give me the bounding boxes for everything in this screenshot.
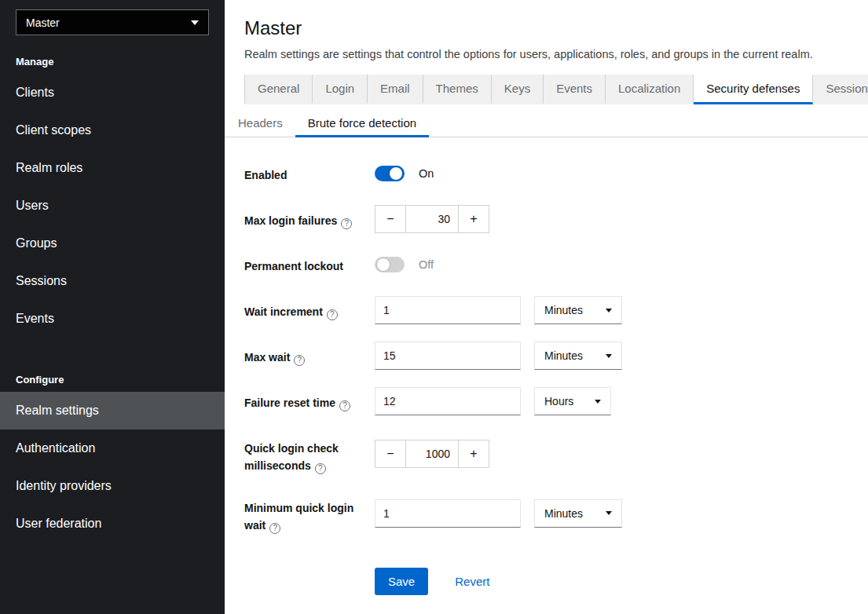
nav-section-label-manage: Manage bbox=[0, 35, 225, 74]
caret-down-icon bbox=[606, 354, 612, 358]
sidebar-item-sessions[interactable]: Sessions bbox=[0, 262, 225, 300]
min-quick-login-wait-unit-select[interactable]: Minutes bbox=[534, 499, 622, 528]
decrement-button[interactable]: − bbox=[375, 205, 406, 233]
enabled-state-label: On bbox=[419, 167, 434, 180]
quick-login-check-row: Quick login check milliseconds? − 1000 + bbox=[244, 433, 868, 475]
nav-section-manage: Manage Clients Client scopes Realm roles… bbox=[0, 35, 225, 338]
nav-section-configure: Configure Realm settings Authentication … bbox=[0, 353, 225, 543]
tab-bar: General Login Email Themes Keys Events L… bbox=[244, 75, 868, 104]
quick-login-check-value[interactable]: 1000 bbox=[406, 440, 458, 468]
form-actions: Save Revert bbox=[375, 568, 868, 595]
switch-knob bbox=[390, 167, 402, 180]
tab-email[interactable]: Email bbox=[368, 75, 423, 104]
quick-login-check-stepper: − 1000 + bbox=[375, 440, 489, 468]
tab-keys[interactable]: Keys bbox=[492, 75, 544, 104]
tab-general[interactable]: General bbox=[244, 75, 313, 104]
sidebar-item-identity-providers[interactable]: Identity providers bbox=[0, 467, 225, 505]
page-description: Realm settings are settings that control… bbox=[244, 48, 868, 60]
max-wait-row: Max wait? Minutes bbox=[244, 342, 868, 370]
wait-increment-row: Wait increment? Minutes bbox=[244, 296, 868, 324]
sidebar-item-groups[interactable]: Groups bbox=[0, 225, 225, 262]
main-content: Master Realm settings are settings that … bbox=[225, 0, 868, 614]
subtab-brute-force-detection[interactable]: Brute force detection bbox=[295, 109, 429, 137]
max-wait-input[interactable] bbox=[375, 342, 521, 370]
max-login-failures-stepper: − 30 + bbox=[375, 205, 489, 233]
sidebar-item-events[interactable]: Events bbox=[0, 300, 225, 338]
nav-section-label-configure: Configure bbox=[0, 353, 225, 392]
subtab-bar: Headers Brute force detection bbox=[225, 109, 868, 137]
caret-down-icon bbox=[606, 309, 612, 312]
sidebar-item-realm-roles[interactable]: Realm roles bbox=[0, 149, 225, 187]
wait-increment-input[interactable] bbox=[375, 296, 521, 324]
realm-selector[interactable]: Master bbox=[16, 9, 209, 35]
failure-reset-time-unit-select[interactable]: Hours bbox=[534, 387, 611, 415]
increment-button[interactable]: + bbox=[458, 440, 489, 468]
min-quick-login-wait-input[interactable] bbox=[375, 499, 521, 528]
help-icon[interactable]: ? bbox=[341, 218, 352, 229]
enabled-switch[interactable] bbox=[375, 166, 405, 181]
tab-themes[interactable]: Themes bbox=[423, 75, 492, 104]
caret-down-icon bbox=[595, 400, 601, 404]
increment-button[interactable]: + bbox=[458, 205, 489, 233]
sidebar-item-authentication[interactable]: Authentication bbox=[0, 429, 225, 467]
max-wait-unit-select[interactable]: Minutes bbox=[534, 342, 622, 370]
permanent-lockout-row: Permanent lockout Off bbox=[244, 250, 868, 279]
tab-login[interactable]: Login bbox=[313, 75, 368, 104]
failure-reset-time-row: Failure reset time? Hours bbox=[244, 387, 868, 415]
tab-localization[interactable]: Localization bbox=[606, 75, 694, 104]
max-wait-label: Max wait? bbox=[244, 342, 375, 370]
wait-increment-label: Wait increment? bbox=[244, 296, 375, 324]
switch-knob bbox=[377, 258, 390, 271]
help-icon[interactable]: ? bbox=[327, 309, 338, 320]
tab-sessions[interactable]: Sessions bbox=[813, 75, 868, 104]
enabled-row: Enabled On bbox=[244, 159, 868, 188]
failure-reset-time-label: Failure reset time? bbox=[244, 387, 375, 415]
min-quick-login-wait-label: Minimum quick login wait? bbox=[244, 492, 375, 535]
permanent-lockout-label: Permanent lockout bbox=[244, 250, 375, 279]
sidebar: Master Manage Clients Client scopes Real… bbox=[0, 0, 225, 614]
sidebar-item-user-federation[interactable]: User federation bbox=[0, 505, 225, 543]
caret-down-icon bbox=[191, 20, 199, 25]
max-login-failures-label: Max login failures? bbox=[244, 205, 375, 233]
sidebar-item-clients[interactable]: Clients bbox=[0, 74, 225, 111]
enabled-label: Enabled bbox=[244, 159, 375, 188]
sidebar-item-users[interactable]: Users bbox=[0, 187, 225, 225]
revert-link[interactable]: Revert bbox=[455, 575, 489, 588]
wait-increment-unit-select[interactable]: Minutes bbox=[534, 296, 622, 324]
help-icon[interactable]: ? bbox=[315, 463, 326, 474]
help-icon[interactable]: ? bbox=[294, 355, 305, 366]
tab-security-defenses[interactable]: Security defenses bbox=[694, 75, 813, 104]
permanent-lockout-state-label: Off bbox=[419, 258, 434, 271]
quick-login-check-label: Quick login check milliseconds? bbox=[244, 433, 375, 475]
decrement-button[interactable]: − bbox=[375, 440, 406, 468]
page-title: Master bbox=[244, 17, 868, 39]
max-login-failures-value[interactable]: 30 bbox=[406, 205, 458, 233]
save-button[interactable]: Save bbox=[375, 568, 428, 595]
realm-selector-value: Master bbox=[26, 16, 60, 29]
brute-force-detection-form: Enabled On Max login failures? − 30 + bbox=[225, 137, 868, 595]
sidebar-item-client-scopes[interactable]: Client scopes bbox=[0, 111, 225, 149]
min-quick-login-wait-row: Minimum quick login wait? Minutes bbox=[244, 492, 868, 535]
sidebar-item-realm-settings[interactable]: Realm settings bbox=[0, 392, 225, 429]
max-login-failures-row: Max login failures? − 30 + bbox=[244, 205, 868, 233]
page-header: Master Realm settings are settings that … bbox=[225, 0, 868, 60]
permanent-lockout-switch[interactable] bbox=[375, 257, 405, 272]
failure-reset-time-input[interactable] bbox=[375, 387, 521, 415]
subtab-headers[interactable]: Headers bbox=[225, 109, 295, 137]
tab-events[interactable]: Events bbox=[544, 75, 606, 104]
help-icon[interactable]: ? bbox=[269, 523, 280, 534]
caret-down-icon bbox=[606, 511, 612, 515]
help-icon[interactable]: ? bbox=[339, 400, 350, 411]
